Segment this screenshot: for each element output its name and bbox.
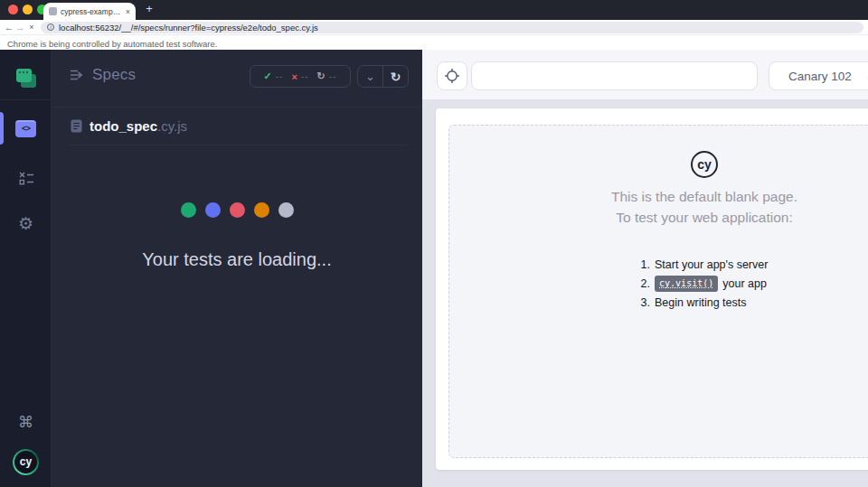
spec-file-name: todo_spec — [90, 118, 157, 134]
blank-page-heading: This is the default blank page. To test … — [449, 186, 868, 228]
loading-dots — [52, 202, 422, 218]
sidebar-item-project[interactable] — [0, 58, 52, 98]
loading-dot — [181, 202, 196, 218]
cy-visit-code: cy.visit() — [655, 276, 718, 292]
browser-toolbar: ← → × i localhost:56232/__/#/specs/runne… — [0, 20, 868, 34]
spec-row-divider — [70, 145, 409, 145]
aut-url-input[interactable] — [471, 61, 758, 90]
site-info-icon[interactable]: i — [47, 23, 54, 31]
cypress-logo: cy — [0, 442, 52, 482]
runner-header: Canary 102 ⌄ — [422, 50, 868, 99]
loading-message: Your tests are loading... — [52, 249, 422, 270]
sidebar-item-runs[interactable] — [0, 158, 52, 198]
browser-tab[interactable]: cypress-example-todomvc × — [43, 3, 136, 20]
address-bar[interactable]: i localhost:56232/__/#/specs/runner?file… — [41, 22, 863, 33]
cypress-app: <> ⚙ ⌘ cy — [0, 50, 868, 487]
automation-banner: Chrome is being controlled by automated … — [0, 34, 868, 50]
spec-stats-pill: ✓ -- × -- ↻ -- — [250, 65, 351, 88]
gear-icon: ⚙ — [18, 215, 33, 232]
keyboard-shortcuts-button[interactable]: ⌘ — [0, 402, 52, 442]
x-icon: × — [291, 71, 297, 82]
default-blank-page: cy This is the default blank page. To te… — [448, 125, 868, 458]
loading-dot — [254, 202, 269, 218]
blank-page-heading-line2: To test your web application: — [449, 207, 868, 228]
spec-file-icon — [71, 119, 82, 133]
loading-dot — [278, 202, 294, 218]
refresh-specs-button[interactable]: ↻ — [382, 66, 408, 87]
runner-pane: Canary 102 ⌄ cy This is the default blan… — [422, 50, 868, 487]
stop-loading-icon[interactable]: × — [26, 20, 37, 34]
loading-dot — [230, 202, 245, 218]
selector-playground-button[interactable] — [437, 61, 467, 90]
back-icon[interactable]: ← — [4, 20, 14, 34]
left-nav-rail: <> ⚙ ⌘ cy — [0, 50, 52, 487]
command-icon: ⌘ — [18, 415, 33, 430]
crosshair-icon — [444, 68, 460, 84]
specs-title: Specs — [92, 66, 136, 84]
test-results-icon — [17, 170, 35, 186]
blank-page-heading-line1: This is the default blank page. — [449, 186, 868, 207]
loading-dot — [205, 202, 221, 218]
nav-divider — [0, 99, 51, 100]
tab-favicon-icon — [49, 7, 57, 15]
spec-file-extension: .cy.js — [157, 118, 187, 134]
url-text: localhost:56232/__/#/specs/runner?file=c… — [59, 23, 318, 33]
forward-icon[interactable]: → — [14, 20, 25, 34]
check-icon: ✓ — [264, 70, 272, 82]
new-tab-button[interactable]: + — [142, 2, 156, 15]
sidebar-item-settings[interactable]: ⚙ — [0, 203, 52, 243]
cypress-circle-logo-icon: cy — [691, 151, 718, 178]
blank-page-steps: 1. Start your app's server 2. cy.visit()… — [641, 258, 769, 314]
browser-tab-strip: cypress-example-todomvc × + — [0, 0, 868, 20]
specs-panel: Specs ✓ -- × -- ↻ -- ⌄ — [52, 50, 422, 487]
sidebar-item-specs[interactable]: <> — [0, 108, 52, 148]
screen: cypress-example-todomvc × + ← → × i loca… — [0, 0, 868, 487]
step-item: 3. Begin writing tests — [641, 295, 769, 310]
tab-title: cypress-example-todomvc — [61, 7, 122, 16]
running-icon: ↻ — [317, 70, 326, 82]
browser-select-label: Canary 102 — [788, 70, 852, 83]
failed-count: -- — [301, 71, 309, 81]
chevron-down-icon: ⌄ — [365, 73, 375, 80]
cypress-logo-icon: cy — [13, 449, 39, 475]
cypress-logo-text: cy — [14, 451, 37, 473]
passed-count: -- — [276, 71, 284, 81]
macos-close-button[interactable] — [8, 5, 18, 14]
running-count: -- — [329, 71, 337, 81]
specs-header: Specs — [70, 66, 136, 84]
macos-minimize-button[interactable] — [23, 5, 33, 14]
automation-banner-text: Chrome is being controlled by automated … — [7, 39, 217, 49]
stat-running: ↻ -- — [317, 70, 337, 82]
run-specs-arrow-icon — [70, 68, 84, 82]
tab-close-icon[interactable]: × — [126, 7, 130, 16]
code-window-icon: <> — [15, 120, 36, 137]
refresh-icon: ↻ — [391, 70, 401, 84]
stat-failed: × -- — [291, 71, 308, 82]
spec-file-row[interactable]: todo_spec.cy.js — [52, 107, 422, 145]
browser-select-button[interactable]: Canary 102 ⌄ — [769, 61, 868, 90]
aut-iframe-panel: cy This is the default blank page. To te… — [436, 108, 868, 470]
project-browsers-icon — [15, 68, 37, 89]
step-item: 1. Start your app's server — [641, 258, 769, 272]
step-item: 2. cy.visit() your app — [641, 276, 769, 292]
collapse-all-button[interactable]: ⌄ — [358, 66, 382, 87]
spec-actions-group: ⌄ ↻ — [357, 65, 409, 88]
stat-passed: ✓ -- — [264, 70, 284, 82]
